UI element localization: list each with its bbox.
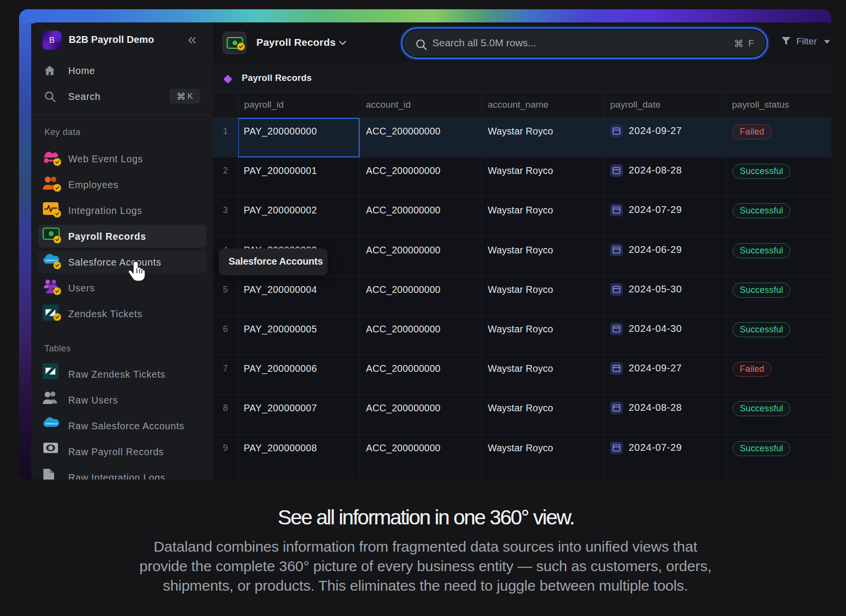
svg-text:salesforce: salesforce — [45, 422, 58, 425]
